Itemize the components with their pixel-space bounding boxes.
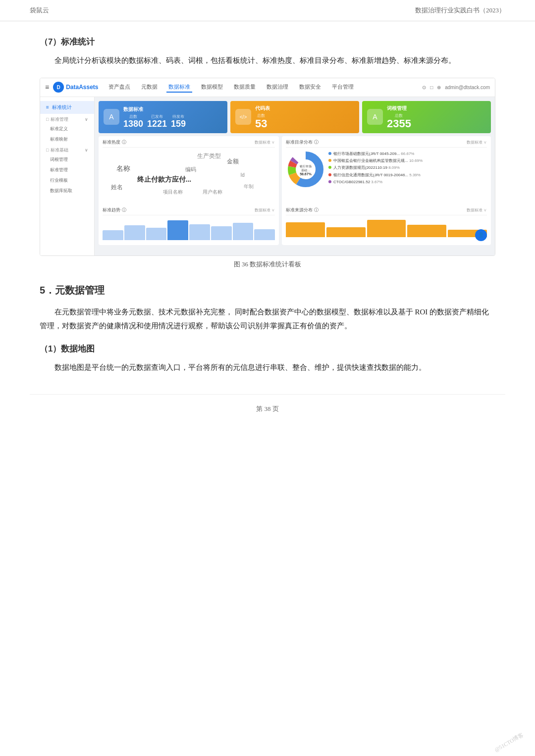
code-table-info: 代码表 总数 53 — [255, 105, 270, 129]
bar-7 — [233, 223, 254, 240]
legend-dot-2 — [328, 159, 331, 162]
published-group: 已发布 1221 — [147, 114, 167, 128]
sidebar-item-wordroot[interactable]: 词根管理 — [40, 154, 94, 165]
wc-word-9: 用户名称 — [203, 189, 222, 196]
card-code-table: </> 代码表 总数 53 — [230, 101, 359, 133]
trend-panel-filter[interactable]: 数据标准 ∨ — [255, 207, 275, 213]
dashboard: ≡ D DataAssets 资产盘点 元数据 数据标准 数据模型 数据质量 数… — [40, 78, 495, 255]
total-value: 1380 — [123, 119, 143, 128]
wc-word-4: 金额 — [227, 157, 239, 166]
code-table-numbers: 总数 53 — [255, 113, 270, 129]
nav-item-quality[interactable]: 数据质量 — [232, 82, 258, 93]
logo-icon: D — [53, 82, 64, 93]
bar-8 — [254, 229, 275, 240]
legend-dot-1 — [328, 152, 331, 155]
wr-total-group: 总数 2355 — [387, 113, 411, 129]
legend-text-4: 银行信息化通用数据元(JR/T 0019-20046... 5.39% — [333, 173, 487, 178]
section5-para1: 在元数据管理中将业务元数据、技术元数据补充完整， 同时配合数据资产中心的数据模型… — [40, 305, 495, 333]
bar-2 — [124, 225, 145, 240]
code-table-title: 代码表 — [255, 105, 270, 112]
trend-chart — [103, 217, 275, 242]
statistics-icon: ≡ — [46, 104, 49, 110]
card-data-standard: A 数据标准 总数 1380 已发布 — [99, 101, 227, 133]
nav-item-metadata[interactable]: 元数据 — [139, 82, 160, 93]
nav-item-platform[interactable]: 平台管理 — [330, 82, 356, 93]
data-standard-icon: A — [104, 109, 119, 125]
source-panel-header: 标准来源分布 ⓘ 数据标准 ∨ — [286, 207, 487, 215]
svg-text:银行市场: 银行市场 — [299, 164, 312, 168]
word-root-icon: A — [367, 109, 383, 125]
sidebar-item-dbcrawl[interactable]: 数据库拓取 — [40, 186, 94, 196]
heat-panel-header: 标准热度 ⓘ 数据标准 ∨ — [103, 139, 275, 148]
total-label: 总数 — [129, 114, 137, 119]
sidebar-item-statistics[interactable]: ≡ 标准统计 — [40, 101, 94, 114]
sidebar-item-mapping[interactable]: 标准映射 — [40, 134, 94, 145]
page-footer: 第 38 页 — [30, 394, 505, 428]
nav-items: 资产盘点 元数据 数据标准 数据模型 数据质量 数据治理 数据安全 平台管理 — [107, 82, 423, 93]
data-standard-title: 数据标准 — [123, 106, 186, 113]
nav-item-assets[interactable]: 资产盘点 — [107, 82, 132, 93]
source-panel-filter[interactable]: 数据标准 ∨ — [467, 207, 487, 213]
total-group: 总数 1380 — [123, 114, 143, 128]
nav-item-security[interactable]: 数据安全 — [297, 82, 323, 93]
source-panel-title: 标准来源分布 ⓘ — [286, 207, 319, 213]
pie-legend: 银行市场基础数据元(JR/T 0045-209... 66.67% 中国银监会银… — [328, 150, 487, 185]
pie-area: 银行市场 基础... 58.67% 银行市场基础数据元(JR/T 0045-20… — [286, 150, 487, 204]
src-bar-2 — [326, 227, 366, 237]
figure-caption: 图 36 数据标准统计看板 — [40, 260, 495, 269]
dashboard-body: ≡ 标准统计 □ 标准管理 ∨ 标准定义 标准映射 □ 标准基础 ∨ — [40, 97, 495, 255]
sidebar-item-industry[interactable]: 行业模板 — [40, 175, 94, 186]
header-right: 数据治理行业实践白书（2023） — [415, 6, 505, 15]
nav-icon-2[interactable]: □ — [430, 85, 433, 90]
sidebar-item-definition[interactable]: 标准定义 — [40, 124, 94, 134]
watermark: @51CTO博客 — [493, 731, 525, 754]
legend-text-3: 人力资源数据规范(2022110:19 8.09% — [333, 165, 487, 170]
data-standard-info: 数据标准 总数 1380 已发布 1221 — [123, 106, 186, 128]
source-chart — [286, 217, 487, 237]
sidebar-item-stdmgt[interactable]: 标准管理 — [40, 165, 94, 175]
header-left: 袋鼠云 — [30, 6, 49, 15]
heat-panel-filter[interactable]: 数据标准 ∨ — [255, 140, 275, 145]
sidebar-section-basic: □ 标准基础 ∨ — [40, 145, 94, 154]
logo-text: DataAssets — [66, 84, 98, 91]
legend-dot-5 — [328, 180, 331, 183]
section7-heading: （7）标准统计 — [40, 36, 495, 48]
sidebar-section-management: □ 标准管理 ∨ — [40, 114, 94, 124]
nav-item-governance[interactable]: 数据治理 — [265, 82, 290, 93]
legend-dot-4 — [328, 173, 331, 176]
wordcloud-area: 生产类型 名称 编码 金额 终止付款方应付... Id 姓名 项目名称 用户名称… — [103, 150, 275, 204]
section5-sub1-para1: 数据地图是平台统一的元数据查询入口，平台将所有的元信息进行串联、整合、维护，提供… — [40, 360, 495, 375]
chevron-icon: ∨ — [85, 117, 88, 122]
svg-text:58.67%: 58.67% — [300, 172, 312, 176]
code-total-label: 总数 — [257, 113, 265, 118]
legend-item-3: 人力资源数据规范(2022110:19 8.09% — [328, 165, 487, 170]
wc-word-8: 项目名称 — [163, 189, 183, 196]
hamburger-icon[interactable]: ≡ — [45, 83, 49, 91]
published-label: 已发布 — [151, 114, 163, 119]
nav-item-standard[interactable]: 数据标准 — [166, 82, 192, 93]
dir-panel-filter[interactable]: 数据标准 ∨ — [467, 140, 487, 145]
nav-icon-1[interactable]: ⊙ — [422, 85, 426, 90]
dir-panel-title: 标准目录分布 ⓘ — [286, 139, 319, 146]
published-value: 1221 — [147, 119, 167, 128]
basic-section-label: 标准基础 — [51, 147, 68, 153]
bar-6 — [211, 226, 232, 240]
directory-panel: 标准目录分布 ⓘ 数据标准 ∨ — [282, 136, 491, 245]
legend-text-5: CTOC/GB022981.52 3.67% — [333, 180, 487, 185]
nav-icon-3[interactable]: ⊕ — [437, 85, 441, 90]
legend-item-4: 银行信息化通用数据元(JR/T 0019-20046... 5.39% — [328, 173, 487, 178]
code-total-value: 53 — [255, 118, 267, 129]
wc-word-6: Id — [240, 172, 244, 178]
legend-item-1: 银行市场基础数据元(JR/T 0045-209... 66.67% — [328, 151, 487, 156]
bar-5 — [189, 224, 210, 240]
bar-4 — [167, 220, 188, 240]
statistics-label: 标准统计 — [52, 104, 72, 111]
legend-dot-3 — [328, 166, 331, 169]
bar-3 — [146, 228, 167, 240]
src-bar-1 — [286, 222, 325, 237]
trend-panel-header: 标准趋势 ⓘ 数据标准 ∨ — [103, 207, 275, 215]
nav-item-model[interactable]: 数据模型 — [199, 82, 225, 93]
section7-para1: 全局统计分析该模块的数据标准、码表、词根，包括看板统计、标准热度、标准目录分布、… — [40, 53, 495, 68]
legend-item-5: CTOC/GB022981.52 3.67% — [328, 180, 487, 185]
code-table-icon: </> — [235, 109, 251, 125]
